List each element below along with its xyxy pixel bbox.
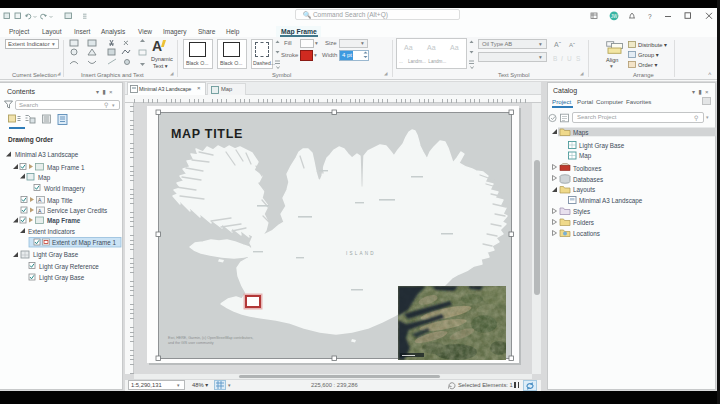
svg-text:?: ?	[648, 13, 652, 20]
svg-text:Light Gray Base: Light Gray Base	[33, 251, 79, 259]
svg-text:Locations: Locations	[573, 230, 600, 237]
svg-text:Map: Map	[579, 152, 592, 160]
svg-text:JW: JW	[611, 14, 618, 19]
svg-text:Minimal A3 Landscape: Minimal A3 Landscape	[15, 151, 79, 159]
svg-text:Extent Indicators: Extent Indicators	[28, 228, 75, 235]
svg-text:Layouts: Layouts	[573, 186, 595, 194]
svg-text:B: B	[553, 55, 557, 62]
svg-text:U: U	[567, 55, 572, 62]
svg-text:Extent of Map Frame 1: Extent of Map Frame 1	[52, 239, 117, 247]
svg-text:Service Layer Credits: Service Layer Credits	[47, 207, 107, 215]
svg-text:Map Frame 1: Map Frame 1	[47, 164, 85, 172]
svg-text:Map: Map	[38, 174, 51, 182]
svg-text:Map Title: Map Title	[47, 197, 73, 205]
svg-text:I: I	[561, 55, 563, 62]
svg-text:Maps: Maps	[573, 129, 588, 137]
svg-text:Toolboxes: Toolboxes	[573, 165, 601, 172]
svg-text:Aˇ: Aˇ	[554, 41, 562, 48]
svg-text:Folders: Folders	[573, 219, 594, 226]
svg-text:Light Gray Base: Light Gray Base	[579, 142, 625, 150]
svg-text:Light Gray Reference: Light Gray Reference	[39, 263, 99, 271]
svg-text:Map Frame: Map Frame	[47, 217, 81, 225]
svg-text:Databases: Databases	[573, 176, 603, 183]
svg-text:Minimal A3 Landscape: Minimal A3 Landscape	[579, 197, 643, 205]
svg-text:Light Gray Base: Light Gray Base	[39, 274, 85, 282]
svg-text:World Imagery: World Imagery	[44, 185, 86, 193]
svg-text:Aˇ: Aˇ	[569, 42, 575, 48]
svg-text:S: S	[576, 55, 581, 62]
svg-text:Styles: Styles	[573, 208, 590, 216]
